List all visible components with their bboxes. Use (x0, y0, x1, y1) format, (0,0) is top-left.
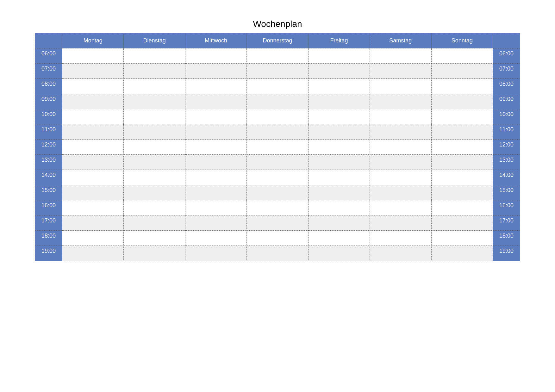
slot-cell[interactable] (247, 109, 308, 124)
slot-cell[interactable] (431, 64, 493, 79)
slot-cell[interactable] (185, 64, 246, 79)
slot-cell[interactable] (62, 155, 124, 170)
slot-cell[interactable] (247, 246, 308, 261)
slot-cell[interactable] (370, 246, 431, 261)
slot-cell[interactable] (185, 200, 246, 215)
slot-cell[interactable] (308, 140, 370, 155)
slot-cell[interactable] (185, 155, 246, 170)
slot-cell[interactable] (185, 79, 246, 94)
slot-cell[interactable] (370, 124, 431, 140)
slot-cell[interactable] (124, 140, 185, 155)
time-label-left: 13:00 (35, 155, 62, 170)
slot-cell[interactable] (185, 246, 246, 261)
slot-cell[interactable] (247, 64, 308, 79)
slot-cell[interactable] (370, 185, 431, 200)
slot-cell[interactable] (308, 124, 370, 140)
slot-cell[interactable] (308, 200, 370, 215)
slot-cell[interactable] (370, 155, 431, 170)
slot-cell[interactable] (124, 215, 185, 231)
slot-cell[interactable] (124, 185, 185, 200)
slot-cell[interactable] (62, 94, 124, 109)
slot-cell[interactable] (247, 140, 308, 155)
slot-cell[interactable] (431, 155, 493, 170)
slot-cell[interactable] (370, 109, 431, 124)
slot-cell[interactable] (247, 79, 308, 94)
slot-cell[interactable] (247, 231, 308, 246)
slot-cell[interactable] (431, 109, 493, 124)
slot-cell[interactable] (308, 246, 370, 261)
slot-cell[interactable] (247, 215, 308, 231)
slot-cell[interactable] (370, 215, 431, 231)
slot-cell[interactable] (124, 231, 185, 246)
slot-cell[interactable] (185, 124, 246, 140)
slot-cell[interactable] (431, 231, 493, 246)
slot-cell[interactable] (124, 48, 185, 64)
slot-cell[interactable] (431, 246, 493, 261)
slot-cell[interactable] (431, 79, 493, 94)
slot-cell[interactable] (185, 140, 246, 155)
slot-cell[interactable] (62, 124, 124, 140)
slot-cell[interactable] (124, 94, 185, 109)
slot-cell[interactable] (124, 200, 185, 215)
slot-cell[interactable] (185, 109, 246, 124)
slot-cell[interactable] (370, 79, 431, 94)
slot-cell[interactable] (308, 170, 370, 185)
slot-cell[interactable] (370, 200, 431, 215)
slot-cell[interactable] (62, 79, 124, 94)
slot-cell[interactable] (247, 155, 308, 170)
slot-cell[interactable] (124, 246, 185, 261)
slot-cell[interactable] (431, 48, 493, 64)
slot-cell[interactable] (185, 231, 246, 246)
slot-cell[interactable] (247, 185, 308, 200)
slot-cell[interactable] (308, 185, 370, 200)
slot-cell[interactable] (124, 155, 185, 170)
slot-cell[interactable] (62, 185, 124, 200)
slot-cell[interactable] (431, 215, 493, 231)
slot-cell[interactable] (62, 231, 124, 246)
slot-cell[interactable] (431, 124, 493, 140)
slot-cell[interactable] (308, 48, 370, 64)
slot-cell[interactable] (62, 48, 124, 64)
slot-cell[interactable] (124, 170, 185, 185)
slot-cell[interactable] (124, 64, 185, 79)
slot-cell[interactable] (185, 94, 246, 109)
slot-cell[interactable] (185, 170, 246, 185)
slot-cell[interactable] (370, 231, 431, 246)
slot-cell[interactable] (370, 140, 431, 155)
slot-cell[interactable] (185, 48, 246, 64)
slot-cell[interactable] (370, 64, 431, 79)
slot-cell[interactable] (370, 94, 431, 109)
slot-cell[interactable] (62, 246, 124, 261)
slot-cell[interactable] (308, 231, 370, 246)
slot-cell[interactable] (247, 94, 308, 109)
slot-cell[interactable] (431, 185, 493, 200)
slot-cell[interactable] (370, 170, 431, 185)
slot-cell[interactable] (431, 140, 493, 155)
slot-cell[interactable] (431, 170, 493, 185)
slot-cell[interactable] (62, 140, 124, 155)
slot-cell[interactable] (308, 79, 370, 94)
slot-cell[interactable] (124, 109, 185, 124)
slot-cell[interactable] (308, 155, 370, 170)
slot-cell[interactable] (124, 79, 185, 94)
slot-cell[interactable] (247, 124, 308, 140)
slot-cell[interactable] (62, 109, 124, 124)
slot-cell[interactable] (308, 64, 370, 79)
slot-cell[interactable] (247, 170, 308, 185)
slot-cell[interactable] (62, 215, 124, 231)
slot-cell[interactable] (247, 200, 308, 215)
slot-cell[interactable] (124, 124, 185, 140)
slot-cell[interactable] (185, 185, 246, 200)
slot-cell[interactable] (62, 64, 124, 79)
time-label-right: 18:00 (493, 231, 520, 246)
slot-cell[interactable] (308, 215, 370, 231)
slot-cell[interactable] (431, 200, 493, 215)
slot-cell[interactable] (247, 48, 308, 64)
slot-cell[interactable] (431, 94, 493, 109)
slot-cell[interactable] (185, 215, 246, 231)
slot-cell[interactable] (62, 170, 124, 185)
slot-cell[interactable] (308, 109, 370, 124)
slot-cell[interactable] (308, 94, 370, 109)
slot-cell[interactable] (370, 48, 431, 64)
slot-cell[interactable] (62, 200, 124, 215)
